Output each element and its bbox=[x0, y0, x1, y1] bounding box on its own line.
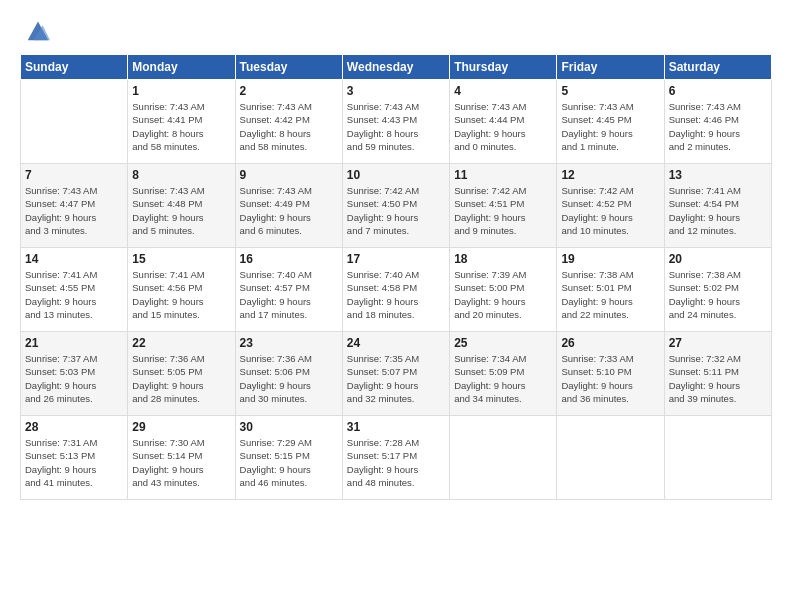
day-info: Sunrise: 7:42 AM Sunset: 4:52 PM Dayligh… bbox=[561, 184, 659, 237]
cell-week2-day5: 11Sunrise: 7:42 AM Sunset: 4:51 PM Dayli… bbox=[450, 164, 557, 248]
cell-week1-day6: 5Sunrise: 7:43 AM Sunset: 4:45 PM Daylig… bbox=[557, 80, 664, 164]
cell-week5-day3: 30Sunrise: 7:29 AM Sunset: 5:15 PM Dayli… bbox=[235, 416, 342, 500]
day-number: 19 bbox=[561, 252, 659, 266]
day-info: Sunrise: 7:34 AM Sunset: 5:09 PM Dayligh… bbox=[454, 352, 552, 405]
day-info: Sunrise: 7:40 AM Sunset: 4:58 PM Dayligh… bbox=[347, 268, 445, 321]
cell-week3-day3: 16Sunrise: 7:40 AM Sunset: 4:57 PM Dayli… bbox=[235, 248, 342, 332]
day-info: Sunrise: 7:29 AM Sunset: 5:15 PM Dayligh… bbox=[240, 436, 338, 489]
day-number: 7 bbox=[25, 168, 123, 182]
day-info: Sunrise: 7:38 AM Sunset: 5:02 PM Dayligh… bbox=[669, 268, 767, 321]
page: SundayMondayTuesdayWednesdayThursdayFrid… bbox=[0, 0, 792, 612]
cell-week1-day7: 6Sunrise: 7:43 AM Sunset: 4:46 PM Daylig… bbox=[664, 80, 771, 164]
cell-week2-day6: 12Sunrise: 7:42 AM Sunset: 4:52 PM Dayli… bbox=[557, 164, 664, 248]
col-header-monday: Monday bbox=[128, 55, 235, 80]
cell-week2-day4: 10Sunrise: 7:42 AM Sunset: 4:50 PM Dayli… bbox=[342, 164, 449, 248]
day-number: 30 bbox=[240, 420, 338, 434]
day-number: 20 bbox=[669, 252, 767, 266]
day-info: Sunrise: 7:43 AM Sunset: 4:42 PM Dayligh… bbox=[240, 100, 338, 153]
cell-week4-day5: 25Sunrise: 7:34 AM Sunset: 5:09 PM Dayli… bbox=[450, 332, 557, 416]
day-info: Sunrise: 7:41 AM Sunset: 4:56 PM Dayligh… bbox=[132, 268, 230, 321]
day-number: 25 bbox=[454, 336, 552, 350]
day-number: 5 bbox=[561, 84, 659, 98]
cell-week1-day1 bbox=[21, 80, 128, 164]
day-number: 23 bbox=[240, 336, 338, 350]
cell-week5-day5 bbox=[450, 416, 557, 500]
col-header-sunday: Sunday bbox=[21, 55, 128, 80]
cell-week3-day4: 17Sunrise: 7:40 AM Sunset: 4:58 PM Dayli… bbox=[342, 248, 449, 332]
day-info: Sunrise: 7:31 AM Sunset: 5:13 PM Dayligh… bbox=[25, 436, 123, 489]
col-header-thursday: Thursday bbox=[450, 55, 557, 80]
cell-week2-day2: 8Sunrise: 7:43 AM Sunset: 4:48 PM Daylig… bbox=[128, 164, 235, 248]
day-number: 14 bbox=[25, 252, 123, 266]
header-row: SundayMondayTuesdayWednesdayThursdayFrid… bbox=[21, 55, 772, 80]
cell-week4-day3: 23Sunrise: 7:36 AM Sunset: 5:06 PM Dayli… bbox=[235, 332, 342, 416]
cell-week2-day3: 9Sunrise: 7:43 AM Sunset: 4:49 PM Daylig… bbox=[235, 164, 342, 248]
day-number: 18 bbox=[454, 252, 552, 266]
cell-week3-day5: 18Sunrise: 7:39 AM Sunset: 5:00 PM Dayli… bbox=[450, 248, 557, 332]
cell-week3-day6: 19Sunrise: 7:38 AM Sunset: 5:01 PM Dayli… bbox=[557, 248, 664, 332]
cell-week3-day1: 14Sunrise: 7:41 AM Sunset: 4:55 PM Dayli… bbox=[21, 248, 128, 332]
logo-icon bbox=[24, 16, 52, 44]
week-row-4: 21Sunrise: 7:37 AM Sunset: 5:03 PM Dayli… bbox=[21, 332, 772, 416]
day-number: 8 bbox=[132, 168, 230, 182]
calendar-table: SundayMondayTuesdayWednesdayThursdayFrid… bbox=[20, 54, 772, 500]
cell-week5-day7 bbox=[664, 416, 771, 500]
day-info: Sunrise: 7:43 AM Sunset: 4:46 PM Dayligh… bbox=[669, 100, 767, 153]
week-row-3: 14Sunrise: 7:41 AM Sunset: 4:55 PM Dayli… bbox=[21, 248, 772, 332]
day-info: Sunrise: 7:30 AM Sunset: 5:14 PM Dayligh… bbox=[132, 436, 230, 489]
day-number: 31 bbox=[347, 420, 445, 434]
cell-week1-day4: 3Sunrise: 7:43 AM Sunset: 4:43 PM Daylig… bbox=[342, 80, 449, 164]
day-number: 10 bbox=[347, 168, 445, 182]
day-info: Sunrise: 7:41 AM Sunset: 4:55 PM Dayligh… bbox=[25, 268, 123, 321]
day-number: 26 bbox=[561, 336, 659, 350]
day-info: Sunrise: 7:43 AM Sunset: 4:48 PM Dayligh… bbox=[132, 184, 230, 237]
col-header-saturday: Saturday bbox=[664, 55, 771, 80]
day-number: 27 bbox=[669, 336, 767, 350]
header bbox=[20, 16, 772, 44]
col-header-tuesday: Tuesday bbox=[235, 55, 342, 80]
day-number: 6 bbox=[669, 84, 767, 98]
cell-week2-day7: 13Sunrise: 7:41 AM Sunset: 4:54 PM Dayli… bbox=[664, 164, 771, 248]
day-number: 1 bbox=[132, 84, 230, 98]
day-info: Sunrise: 7:36 AM Sunset: 5:06 PM Dayligh… bbox=[240, 352, 338, 405]
day-number: 24 bbox=[347, 336, 445, 350]
cell-week4-day1: 21Sunrise: 7:37 AM Sunset: 5:03 PM Dayli… bbox=[21, 332, 128, 416]
day-info: Sunrise: 7:43 AM Sunset: 4:47 PM Dayligh… bbox=[25, 184, 123, 237]
cell-week1-day2: 1Sunrise: 7:43 AM Sunset: 4:41 PM Daylig… bbox=[128, 80, 235, 164]
col-header-wednesday: Wednesday bbox=[342, 55, 449, 80]
cell-week5-day4: 31Sunrise: 7:28 AM Sunset: 5:17 PM Dayli… bbox=[342, 416, 449, 500]
cell-week5-day2: 29Sunrise: 7:30 AM Sunset: 5:14 PM Dayli… bbox=[128, 416, 235, 500]
day-info: Sunrise: 7:37 AM Sunset: 5:03 PM Dayligh… bbox=[25, 352, 123, 405]
day-number: 4 bbox=[454, 84, 552, 98]
week-row-2: 7Sunrise: 7:43 AM Sunset: 4:47 PM Daylig… bbox=[21, 164, 772, 248]
cell-week4-day7: 27Sunrise: 7:32 AM Sunset: 5:11 PM Dayli… bbox=[664, 332, 771, 416]
day-info: Sunrise: 7:42 AM Sunset: 4:51 PM Dayligh… bbox=[454, 184, 552, 237]
day-info: Sunrise: 7:28 AM Sunset: 5:17 PM Dayligh… bbox=[347, 436, 445, 489]
day-info: Sunrise: 7:43 AM Sunset: 4:41 PM Dayligh… bbox=[132, 100, 230, 153]
day-number: 12 bbox=[561, 168, 659, 182]
day-number: 2 bbox=[240, 84, 338, 98]
day-number: 22 bbox=[132, 336, 230, 350]
day-number: 17 bbox=[347, 252, 445, 266]
cell-week1-day3: 2Sunrise: 7:43 AM Sunset: 4:42 PM Daylig… bbox=[235, 80, 342, 164]
day-number: 21 bbox=[25, 336, 123, 350]
day-info: Sunrise: 7:43 AM Sunset: 4:43 PM Dayligh… bbox=[347, 100, 445, 153]
day-info: Sunrise: 7:38 AM Sunset: 5:01 PM Dayligh… bbox=[561, 268, 659, 321]
cell-week2-day1: 7Sunrise: 7:43 AM Sunset: 4:47 PM Daylig… bbox=[21, 164, 128, 248]
day-info: Sunrise: 7:35 AM Sunset: 5:07 PM Dayligh… bbox=[347, 352, 445, 405]
logo bbox=[20, 16, 52, 44]
week-row-5: 28Sunrise: 7:31 AM Sunset: 5:13 PM Dayli… bbox=[21, 416, 772, 500]
cell-week5-day6 bbox=[557, 416, 664, 500]
day-info: Sunrise: 7:42 AM Sunset: 4:50 PM Dayligh… bbox=[347, 184, 445, 237]
cell-week1-day5: 4Sunrise: 7:43 AM Sunset: 4:44 PM Daylig… bbox=[450, 80, 557, 164]
day-number: 15 bbox=[132, 252, 230, 266]
day-info: Sunrise: 7:32 AM Sunset: 5:11 PM Dayligh… bbox=[669, 352, 767, 405]
day-info: Sunrise: 7:43 AM Sunset: 4:45 PM Dayligh… bbox=[561, 100, 659, 153]
day-number: 28 bbox=[25, 420, 123, 434]
day-number: 29 bbox=[132, 420, 230, 434]
day-info: Sunrise: 7:36 AM Sunset: 5:05 PM Dayligh… bbox=[132, 352, 230, 405]
cell-week4-day2: 22Sunrise: 7:36 AM Sunset: 5:05 PM Dayli… bbox=[128, 332, 235, 416]
day-info: Sunrise: 7:43 AM Sunset: 4:49 PM Dayligh… bbox=[240, 184, 338, 237]
cell-week5-day1: 28Sunrise: 7:31 AM Sunset: 5:13 PM Dayli… bbox=[21, 416, 128, 500]
col-header-friday: Friday bbox=[557, 55, 664, 80]
